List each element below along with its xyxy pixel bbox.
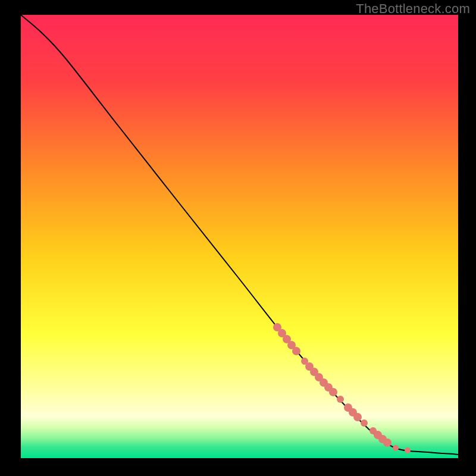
data-marker — [405, 447, 411, 453]
data-marker — [329, 388, 337, 396]
data-marker — [459, 452, 466, 459]
chart-stage: TheBottleneck.com — [0, 0, 476, 476]
bottleneck-chart — [0, 0, 476, 476]
data-marker — [466, 453, 473, 460]
data-marker — [393, 445, 399, 451]
data-marker — [337, 396, 344, 403]
data-marker — [383, 439, 392, 447]
data-marker — [361, 419, 368, 427]
gradient-background — [21, 15, 458, 458]
data-marker — [292, 347, 300, 355]
watermark-text: TheBottleneck.com — [356, 1, 470, 17]
data-marker — [353, 413, 362, 421]
